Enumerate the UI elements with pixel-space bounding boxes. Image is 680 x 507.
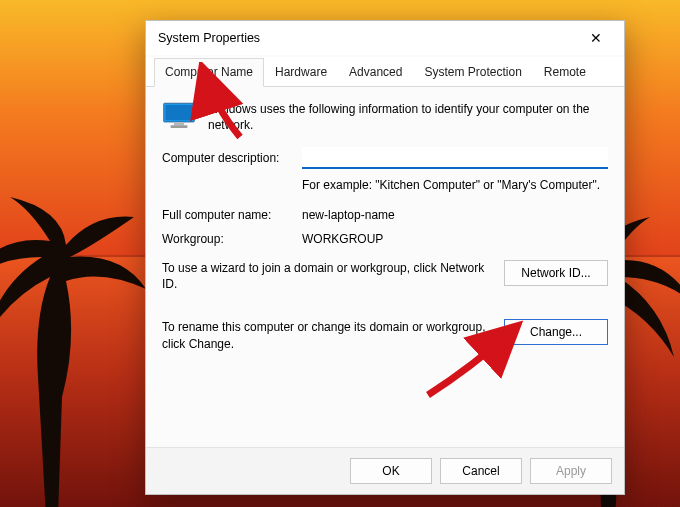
tab-computer-name[interactable]: Computer Name (154, 58, 264, 87)
example-text: For example: "Kitchen Computer" or "Mary… (302, 177, 608, 193)
cancel-button[interactable]: Cancel (440, 458, 522, 484)
tab-hardware[interactable]: Hardware (264, 58, 338, 87)
intro-text: Windows uses the following information t… (208, 101, 608, 133)
apply-button: Apply (530, 458, 612, 484)
close-button[interactable]: ✕ (576, 24, 616, 52)
tab-remote[interactable]: Remote (533, 58, 597, 87)
section-change: To rename this computer or change its do… (162, 319, 608, 353)
system-properties-dialog: System Properties ✕ Computer Name Hardwa… (145, 20, 625, 495)
section-network-id: To use a wizard to join a domain or work… (162, 260, 608, 294)
svg-rect-2 (174, 123, 184, 126)
text-network-id: To use a wizard to join a domain or work… (162, 260, 494, 294)
monitor-icon (162, 101, 196, 131)
dialog-footer: OK Cancel Apply (146, 447, 624, 494)
value-workgroup: WORKGROUP (302, 232, 383, 246)
intro-row: Windows uses the following information t… (162, 101, 608, 133)
palm-silhouette-left (0, 197, 160, 507)
tab-advanced[interactable]: Advanced (338, 58, 413, 87)
value-full-name: new-laptop-name (302, 208, 395, 222)
window-title: System Properties (158, 31, 576, 45)
text-change: To rename this computer or change its do… (162, 319, 494, 353)
tab-strip: Computer Name Hardware Advanced System P… (146, 57, 624, 87)
svg-rect-1 (165, 105, 192, 120)
content-panel: Windows uses the following information t… (146, 87, 624, 447)
row-description: Computer description: (162, 147, 608, 169)
tab-system-protection[interactable]: System Protection (413, 58, 532, 87)
change-button[interactable]: Change... (504, 319, 608, 345)
network-id-button[interactable]: Network ID... (504, 260, 608, 286)
input-description[interactable] (302, 147, 608, 169)
label-full-name: Full computer name: (162, 208, 302, 222)
titlebar: System Properties ✕ (146, 21, 624, 55)
svg-rect-3 (171, 125, 188, 128)
row-full-name: Full computer name: new-laptop-name (162, 208, 608, 222)
label-workgroup: Workgroup: (162, 232, 302, 246)
row-workgroup: Workgroup: WORKGROUP (162, 232, 608, 246)
ok-button[interactable]: OK (350, 458, 432, 484)
close-icon: ✕ (590, 31, 602, 45)
label-description: Computer description: (162, 151, 302, 165)
